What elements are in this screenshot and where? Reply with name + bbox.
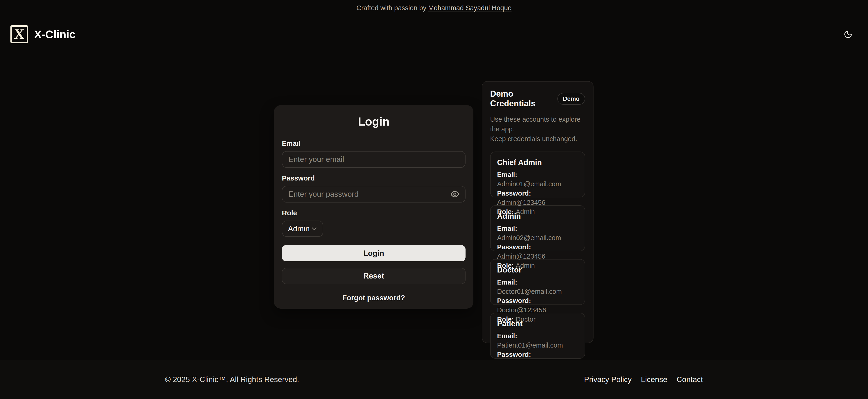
moon-icon <box>844 30 852 39</box>
credential-card-patient: Patient Email: Patient01@email.com Passw… <box>490 313 585 359</box>
reset-button[interactable]: Reset <box>282 268 466 284</box>
credential-password-label: Password: <box>497 190 531 197</box>
credential-email-label: Email: <box>497 225 517 232</box>
email-input[interactable] <box>282 151 466 168</box>
credential-password-value: Doctor@123456 <box>497 306 546 314</box>
app-logo: X <box>10 25 28 43</box>
credential-email-row: Email: Doctor01@email.com <box>497 277 578 296</box>
credit-author-link[interactable]: Mohammad Sayadul Hoque <box>428 4 512 11</box>
credential-password-row: Password: Admin@123456 <box>497 242 578 261</box>
demo-credentials-description: Use these accounts to explore the app. K… <box>490 114 585 144</box>
credential-email-value: Admin01@email.com <box>497 180 561 188</box>
credential-email-row: Email: Patient01@email.com <box>497 331 578 350</box>
login-button[interactable]: Login <box>282 245 466 261</box>
login-title: Login <box>282 115 466 128</box>
credential-email-row: Email: Admin01@email.com <box>497 170 578 189</box>
footer-links: Privacy Policy License Contact <box>584 375 703 384</box>
credential-email-label: Email: <box>497 171 517 178</box>
demo-badge: Demo <box>557 93 585 105</box>
credential-card-doctor: Doctor Email: Doctor01@email.com Passwor… <box>490 259 585 305</box>
password-input[interactable] <box>282 186 466 202</box>
demo-credentials-card: Demo Credentials Demo Use these accounts… <box>482 81 593 343</box>
credit-banner: Crafted with passion by Mohammad Sayadul… <box>0 4 868 12</box>
email-label: Email <box>282 139 466 147</box>
app-name: X-Clinic <box>34 28 75 41</box>
credential-email-label: Email: <box>497 332 517 340</box>
demo-credentials-header: Demo Credentials Demo <box>490 89 585 108</box>
credential-title: Chief Admin <box>497 158 578 167</box>
credential-email-value: Patient01@email.com <box>497 341 563 349</box>
logo-letter: X <box>14 27 25 41</box>
email-field-block: Email <box>282 139 466 168</box>
theme-toggle-button[interactable] <box>841 27 856 42</box>
footer-link-contact[interactable]: Contact <box>677 375 703 384</box>
eye-icon <box>450 190 460 199</box>
footer-copyright: © 2025 X-Clinic™. All Rights Reserved. <box>165 375 299 384</box>
credential-password-value: Admin@123456 <box>497 199 545 206</box>
forgot-password-link[interactable]: Forgot password? <box>342 294 405 302</box>
credit-text: Crafted with passion by <box>356 4 428 11</box>
header: X X-Clinic <box>0 21 868 48</box>
forgot-password-row: Forgot password? <box>282 294 466 302</box>
role-select[interactable]: Admin <box>282 221 323 237</box>
demo-credentials-title: Demo Credentials <box>490 89 557 108</box>
footer-link-license[interactable]: License <box>641 375 668 384</box>
credential-title: Patient <box>497 319 578 328</box>
credential-email-row: Email: Admin02@email.com <box>497 224 578 242</box>
password-label: Password <box>282 174 466 182</box>
role-label: Role <box>282 209 466 217</box>
credential-password-row: Password: Doctor@123456 <box>497 296 578 315</box>
credential-password-label: Password: <box>497 297 531 304</box>
credential-card-admin: Admin Email: Admin02@email.com Password:… <box>490 205 585 251</box>
credential-email-value: Admin02@email.com <box>497 234 561 241</box>
login-card: Login Email Password Role Admin <box>274 105 473 309</box>
demo-description-line1: Use these accounts to explore the app. <box>490 115 581 133</box>
credential-password-label: Password: <box>497 351 531 358</box>
credential-title: Doctor <box>497 266 578 274</box>
credential-password-value: Admin@123456 <box>497 253 545 260</box>
footer-inner: © 2025 X-Clinic™. All Rights Reserved. P… <box>165 360 703 399</box>
credential-email-label: Email: <box>497 278 517 286</box>
credential-card-chief-admin: Chief Admin Email: Admin01@email.com Pas… <box>490 152 585 197</box>
credential-password-label: Password: <box>497 243 531 251</box>
credential-email-value: Doctor01@email.com <box>497 288 562 295</box>
footer: © 2025 X-Clinic™. All Rights Reserved. P… <box>0 360 868 399</box>
credential-password-row: Password: Admin@123456 <box>497 189 578 207</box>
password-field-block: Password <box>282 174 466 202</box>
demo-description-line2: Keep credentials unchanged. <box>490 135 577 142</box>
role-field-block: Role Admin <box>282 209 466 237</box>
password-input-wrap <box>282 186 466 202</box>
credential-title: Admin <box>497 212 578 221</box>
brand[interactable]: X X-Clinic <box>10 25 75 43</box>
chevron-down-icon <box>310 225 318 233</box>
role-selected-value: Admin <box>288 224 310 233</box>
toggle-password-visibility-button[interactable] <box>450 190 460 199</box>
footer-link-privacy-policy[interactable]: Privacy Policy <box>584 375 631 384</box>
